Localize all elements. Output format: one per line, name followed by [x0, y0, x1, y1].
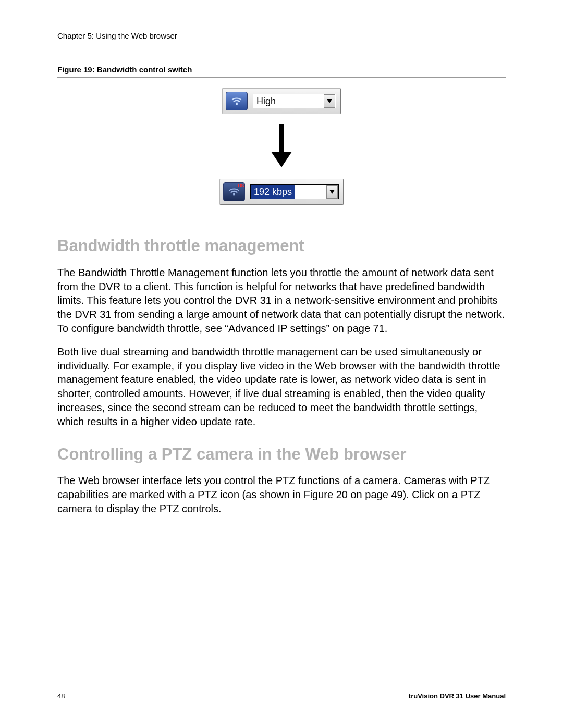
- wifi-icon: DS: [223, 182, 245, 201]
- section-heading-ptz: Controlling a PTZ camera in the Web brow…: [57, 445, 506, 465]
- select-value: High: [253, 94, 279, 108]
- section-heading-bandwidth: Bandwidth throttle management: [57, 236, 506, 256]
- bandwidth-select-kbps[interactable]: 192 kbps: [250, 184, 339, 199]
- svg-rect-2: [279, 124, 284, 152]
- svg-marker-5: [329, 190, 335, 194]
- chevron-down-icon[interactable]: [326, 185, 338, 199]
- bandwidth-select-high[interactable]: High: [253, 94, 336, 108]
- figure-area: High DS: [57, 88, 506, 205]
- wifi-icon: [226, 92, 248, 110]
- svg-marker-3: [271, 152, 292, 167]
- chapter-header: Chapter 5: Using the Web browser: [57, 31, 506, 40]
- page-footer: 48 truVision DVR 31 User Manual: [57, 692, 506, 700]
- bandwidth-widget-kbps: DS 192 kbps: [219, 179, 344, 205]
- svg-rect-0: [236, 103, 238, 105]
- figure-caption: Figure 19: Bandwidth control switch: [57, 65, 506, 78]
- bandwidth-widget-high: High: [222, 88, 341, 114]
- manual-name: truVision DVR 31 User Manual: [409, 692, 506, 700]
- body-paragraph: Both live dual streaming and bandwidth t…: [57, 345, 506, 429]
- chevron-down-icon[interactable]: [324, 94, 335, 108]
- page-number: 48: [57, 692, 65, 700]
- arrow-down-icon: [270, 124, 293, 169]
- svg-rect-4: [233, 193, 235, 196]
- select-value: 192 kbps: [251, 185, 295, 199]
- body-paragraph: The Bandwidth Throttle Management functi…: [57, 266, 506, 336]
- svg-marker-1: [327, 99, 332, 103]
- body-paragraph: The Web browser interface lets you contr…: [57, 474, 506, 515]
- icon-badge-bottom: DS: [238, 183, 244, 188]
